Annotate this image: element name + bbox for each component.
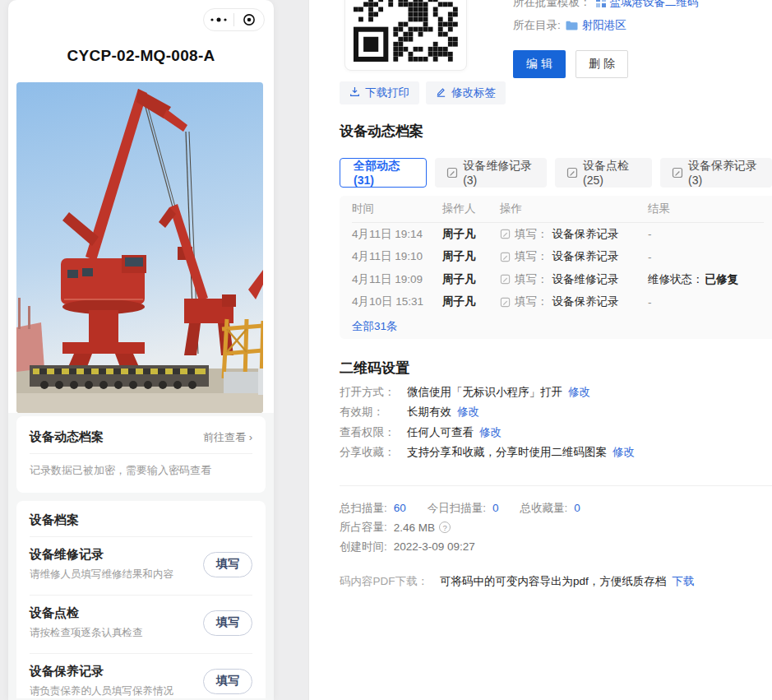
tab-label: 设备维修记录(3)	[463, 159, 535, 187]
download-print-button[interactable]: 下载打印	[340, 81, 419, 104]
modify-link[interactable]: 修改	[613, 445, 635, 460]
tab-repair-records[interactable]: 设备维修记录(3)	[435, 158, 547, 188]
setting-share: 分享收藏： 支持分享和收藏，分享时使用二维码图案 修改	[340, 443, 635, 462]
scan-today-value: 0	[492, 502, 499, 514]
scan-today-label: 今日扫描量:	[428, 501, 486, 516]
setting-label: 分享收藏：	[340, 445, 407, 460]
delete-button[interactable]: 删 除	[576, 50, 628, 78]
fav-total-label: 总收藏量:	[520, 501, 568, 516]
edit-tag-button[interactable]: 修改标签	[426, 81, 506, 104]
table-row: 4月11日 19:09 周子凡 填写：设备维修记录 维修状态：已修复	[352, 268, 764, 291]
cell-operator: 周子凡	[442, 227, 500, 242]
archive-item-name: 设备点检	[30, 605, 143, 621]
setting-label: 打开方式：	[340, 385, 407, 400]
more-icon	[209, 16, 229, 23]
cell-action-prefix: 填写：	[515, 227, 548, 242]
created-value: 2022-3-09 09:27	[394, 540, 475, 553]
table-header: 时间 操作人 操作 结果	[352, 196, 764, 223]
dynamic-tabs: 全部动态(31) 设备维修记录(3) 设备点检(25) 设备保养记录(3)	[340, 158, 772, 188]
qr-code-card	[344, 0, 467, 71]
form-icon	[500, 229, 511, 239]
template-label: 所在批量模板：	[513, 0, 591, 10]
setting-value: 支持分享和收藏，分享时使用二维码图案	[407, 445, 607, 460]
directory-link[interactable]: 射阳港区	[582, 18, 626, 33]
pdf-download-link[interactable]: 下载	[672, 574, 694, 589]
cell-time: 4月11日 19:14	[352, 227, 442, 242]
pdf-desc: 可将码中的可变内容导出为pdf，方便纸质存档	[440, 574, 666, 589]
qr-settings-list: 打开方式： 微信使用「无标识小程序」打开 修改 有效期： 长期有效 修改 查看权…	[340, 382, 635, 462]
setting-value: 长期有效	[407, 405, 451, 420]
cell-action-prefix: 填写：	[515, 272, 548, 287]
view-all-records-link[interactable]: 全部31条	[352, 320, 398, 332]
device-archive-card: 设备档案 设备维修记录 请维修人员填写维修结果和内容 填写 设备点检 请按检查项…	[16, 501, 266, 698]
download-print-label: 下载打印	[365, 86, 409, 100]
qr-code-image	[354, 0, 458, 62]
cell-time: 4月10日 15:31	[352, 294, 442, 309]
archive-item-inspection: 设备点检 请按检查项逐条认真检查 填写	[30, 596, 252, 654]
setting-label: 查看权限：	[340, 425, 407, 440]
section-divider	[340, 485, 772, 486]
phone-preview-panel: CYCP-02-MQ-008-A	[8, 0, 274, 700]
go-view-link[interactable]: 前往查看 ›	[203, 430, 252, 445]
cell-action: 设备保养记录	[552, 249, 619, 264]
wechat-capsule	[203, 8, 265, 31]
header-result: 结果	[648, 202, 764, 216]
cell-result: -	[648, 296, 652, 308]
template-link[interactable]: 盐城港设备二维码	[610, 0, 699, 10]
fav-total-value: 0	[574, 502, 580, 514]
setting-permission: 查看权限： 任何人可查看 修改	[340, 423, 635, 443]
scan-total-value: 60	[394, 502, 406, 514]
exit-button[interactable]	[234, 9, 264, 30]
activity-log-table: 时间 操作人 操作 结果 4月11日 19:14 周子凡 填写：设备保养记录 -…	[340, 196, 772, 339]
archive-item-maintenance: 设备保养记录 请负责保养的人员填写保养情况 填写	[30, 654, 252, 700]
cell-action-prefix: 填写：	[515, 294, 548, 309]
header-operator: 操作人	[442, 202, 500, 216]
more-button[interactable]	[204, 9, 233, 30]
archive-item-desc: 请按检查项逐条认真检查	[30, 626, 143, 640]
setting-label: 有效期：	[340, 405, 407, 420]
card-divider	[30, 453, 252, 454]
folder-icon	[566, 21, 578, 30]
archive-item-name: 设备保养记录	[30, 664, 173, 679]
question-icon[interactable]: ?	[439, 522, 451, 533]
created-label: 创建时间:	[340, 540, 387, 554]
cell-action: 设备保养记录	[552, 227, 619, 242]
tab-inspection[interactable]: 设备点检(25)	[555, 158, 652, 188]
fill-button-maintenance[interactable]: 填写	[203, 669, 252, 694]
tab-all-dynamics[interactable]: 全部动态(31)	[340, 158, 427, 188]
qr-settings-title: 二维码设置	[340, 359, 409, 378]
table-row: 4月11日 19:10 周子凡 填写：设备保养记录 -	[352, 246, 764, 269]
table-row: 4月10日 15:31 周子凡 填写：设备保养记录 -	[352, 291, 764, 314]
cell-time: 4月11日 19:09	[352, 272, 442, 287]
modify-link[interactable]: 修改	[568, 385, 590, 400]
modify-link[interactable]: 修改	[457, 405, 479, 420]
device-archive-card-title: 设备档案	[30, 512, 252, 528]
target-icon	[242, 12, 257, 27]
fill-button-repair[interactable]: 填写	[203, 552, 252, 577]
tab-label: 设备点检(25)	[583, 159, 640, 187]
directory-label: 所在目录:	[513, 18, 561, 33]
cell-operator: 周子凡	[442, 294, 500, 309]
edit-button[interactable]: 编 辑	[513, 50, 566, 78]
setting-value: 微信使用「无标识小程序」打开	[407, 385, 562, 400]
tab-label: 设备保养记录(3)	[688, 159, 760, 187]
fill-button-inspection[interactable]: 填写	[203, 610, 252, 636]
dynamic-section-title: 设备动态档案	[340, 122, 423, 141]
tab-maintenance-records[interactable]: 设备保养记录(3)	[660, 158, 772, 188]
form-icon	[500, 252, 511, 262]
cell-operator: 周子凡	[442, 272, 500, 287]
cell-time: 4月11日 19:10	[352, 249, 442, 264]
table-row: 4月11日 19:14 周子凡 填写：设备保养记录 -	[352, 223, 764, 246]
storage-label: 所占容量:	[340, 520, 387, 535]
setting-open-mode: 打开方式： 微信使用「无标识小程序」打开 修改	[340, 382, 635, 402]
directory-row: 所在目录: 射阳港区	[513, 17, 699, 34]
modify-link[interactable]: 修改	[479, 425, 502, 440]
cell-result: -	[648, 251, 652, 263]
pdf-label: 码内容PDF下载：	[340, 574, 428, 589]
cell-result: 维修状态：	[648, 273, 704, 285]
qr-action-chips: 下载打印 修改标签	[340, 81, 506, 104]
form-icon	[500, 297, 511, 308]
cell-operator: 周子凡	[442, 249, 500, 264]
archive-item-name: 设备维修记录	[30, 547, 173, 563]
cell-action-prefix: 填写：	[515, 249, 548, 264]
